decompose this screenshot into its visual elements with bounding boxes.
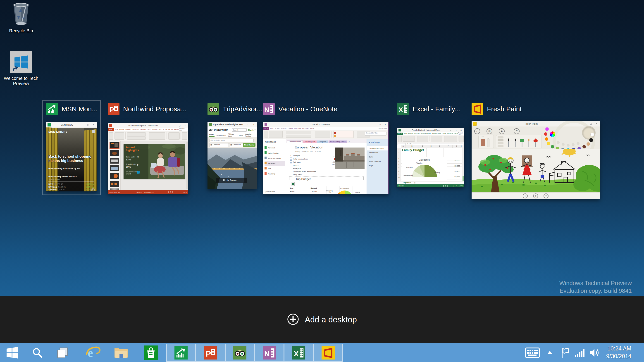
sign-in-link[interactable]: Sign in ▾ bbox=[248, 129, 256, 131]
menu-button[interactable]: ☰ bbox=[514, 128, 520, 134]
taskbar-fresh-paint-button[interactable] bbox=[314, 344, 343, 362]
scrollbar[interactable] bbox=[186, 142, 188, 189]
search-icon bbox=[32, 347, 43, 358]
notebooks-panel: Notebooks Personal Notes for Alan Kitche… bbox=[263, 139, 286, 194]
checkbox-icon[interactable] bbox=[290, 164, 292, 166]
site-search-input[interactable]: Search bbox=[232, 128, 247, 132]
task-view-tile-excel[interactable]: X Excel - Family... Family Budget - Micr… bbox=[394, 100, 467, 188]
notebook-item[interactable]: Personal bbox=[264, 145, 285, 150]
embedded-excel-icon[interactable] bbox=[291, 182, 294, 186]
checkbox-icon[interactable] bbox=[290, 157, 292, 160]
add-desktop-button[interactable] bbox=[287, 313, 299, 326]
camera-button[interactable]: ◉ bbox=[499, 128, 504, 134]
desktop-icon-welcome[interactable]: Welcome to Tech Preview bbox=[2, 51, 40, 86]
notebook-item-selected[interactable]: Vacations bbox=[264, 161, 285, 166]
add-section-tab[interactable]: + bbox=[348, 140, 351, 143]
site-logo[interactable]: tripadvisor bbox=[214, 128, 228, 132]
notes-button[interactable]: NOTES bbox=[136, 192, 142, 193]
task-view-tile-msn-money[interactable]: MSN Mon... MSN Money – ▢ ✕ MSN MONEY Bac… bbox=[43, 100, 100, 194]
search-box[interactable]: Search (Ctrl+E) ⌕ bbox=[365, 132, 386, 136]
notebook-item[interactable]: Notes for Alan bbox=[264, 150, 285, 156]
add-layer-button[interactable]: + bbox=[523, 194, 528, 198]
taskbar-excel-button[interactable]: X bbox=[284, 344, 314, 362]
save-button[interactable]: ▤ bbox=[486, 128, 492, 134]
section-tab[interactable]: Packing List bbox=[303, 140, 316, 143]
notebook-item[interactable]: Kitchen remodel bbox=[264, 156, 285, 161]
touch-keyboard-button[interactable] bbox=[524, 343, 540, 362]
section-tab-selected[interactable]: Vacation Ideas bbox=[287, 140, 303, 143]
color-palette[interactable] bbox=[544, 126, 600, 149]
add-sheet-button[interactable]: ⊕ bbox=[414, 182, 416, 184]
nav-restaurants[interactable]: Restaurants bbox=[216, 134, 226, 136]
notebook-color-icon bbox=[264, 146, 266, 149]
task-view-tile-onenote[interactable]: N Vacation - OneNote Vacation - OneNote … bbox=[260, 100, 391, 195]
desktop-background[interactable]: Recycle Bin Welcome to Tech Preview Wind… bbox=[0, 0, 644, 296]
comments-button[interactable]: COMMENTS bbox=[144, 192, 154, 193]
back-button[interactable]: ← bbox=[474, 128, 480, 134]
clock[interactable]: 10:24 AM 9/30/2014 bbox=[606, 344, 631, 360]
taskbar-powerpoint-button[interactable]: P bbox=[196, 344, 225, 362]
eraser-panel[interactable]: − ○ + bbox=[478, 135, 494, 148]
msn-money-window-preview[interactable]: MSN Money – ▢ ✕ MSN MONEY Back to school… bbox=[46, 122, 97, 192]
volume-button[interactable] bbox=[588, 343, 601, 362]
file-explorer-button[interactable] bbox=[112, 343, 130, 362]
show-hidden-icons-button[interactable] bbox=[545, 343, 555, 362]
network-button[interactable] bbox=[574, 343, 586, 362]
notebook-item[interactable]: Teaching bbox=[264, 171, 285, 176]
tripadvisor-owl-icon bbox=[209, 128, 212, 131]
task-view-tile-fresh-paint[interactable]: Fresh Paint Fresh Paint – ▢ ✕ ← ▤ ◉ ☰ − … bbox=[468, 100, 603, 200]
tripadvisor-window-preview[interactable]: TripAdvisor Hotels Flights Restaurants –… bbox=[208, 122, 257, 189]
nav-flights[interactable]: Flights bbox=[238, 134, 243, 136]
add-page-button[interactable]: ⊕ Add Page bbox=[368, 141, 380, 144]
add-desktop-label[interactable]: Add a desktop bbox=[305, 315, 357, 324]
destination-caption[interactable]: Rio de Janeiro › bbox=[216, 178, 247, 183]
reset-button[interactable]: ⟲ bbox=[533, 194, 538, 198]
task-view-tile-tripadvisor[interactable]: TripAdvisor... TripAdvisor Hotels Flight… bbox=[204, 100, 260, 190]
task-view-tile-powerpoint[interactable]: P Northwind Proposa... Northwind Proposa… bbox=[104, 100, 191, 195]
task-view-button[interactable] bbox=[54, 343, 72, 362]
taskbar-msn-money-button[interactable] bbox=[166, 344, 196, 362]
nav-hotels[interactable]: Hotels bbox=[209, 134, 214, 137]
action-center-button[interactable] bbox=[559, 343, 572, 362]
fresh-paint-window-preview[interactable]: Fresh Paint – ▢ ✕ ← ▤ ◉ ☰ − ○ + bbox=[472, 121, 600, 199]
desktop-icon-recycle-bin[interactable]: Recycle Bin bbox=[2, 3, 40, 34]
internet-explorer-button[interactable]: e bbox=[83, 343, 103, 362]
page-item[interactable]: Berlin bbox=[367, 155, 388, 159]
nav-rentals[interactable]: Vacation Rentals bbox=[245, 133, 255, 137]
quick-notes[interactable]: Quick Notes bbox=[265, 191, 275, 193]
nav-things[interactable]: Things to do bbox=[228, 133, 236, 137]
page-item-selected[interactable]: European Vacation bbox=[367, 146, 388, 150]
tools-button[interactable]: ✥ bbox=[544, 194, 548, 198]
scrollbar[interactable] bbox=[462, 145, 464, 182]
color-wheel-icon[interactable] bbox=[550, 132, 555, 137]
notebook-item[interactable]: Kids bbox=[264, 166, 285, 171]
powerpoint-window-preview[interactable]: Northwind Proposal - PowerPoint – ▢ ✕ FI… bbox=[108, 123, 188, 194]
page-item[interactable]: Amsterdam bbox=[367, 150, 388, 155]
sheet-tab[interactable]: Expenses bbox=[402, 182, 412, 184]
onenote-window-preview[interactable]: Vacation - OneNote – ▢ ✕ FILE FILE HOME … bbox=[263, 122, 388, 194]
checkbox-icon[interactable] bbox=[290, 170, 292, 172]
checkbox-checked-icon[interactable]: ✓ bbox=[290, 155, 292, 157]
excel-window-preview[interactable]: Family Budget - Microsoft Excel – ▢ ✕ FI… bbox=[397, 128, 464, 187]
painting-canvas[interactable] bbox=[472, 149, 600, 192]
size-slider[interactable] bbox=[506, 137, 539, 137]
checkbox-icon[interactable] bbox=[290, 167, 292, 169]
brush-panel[interactable] bbox=[496, 135, 542, 148]
checkbox-icon[interactable] bbox=[290, 173, 292, 175]
section-tab[interactable]: Housesitting Notes bbox=[328, 140, 347, 143]
page-item[interactable]: Blogs bbox=[367, 163, 388, 168]
checkbox-icon[interactable] bbox=[290, 160, 292, 163]
check-in-input[interactable]: ▦ Check In bbox=[209, 143, 229, 147]
start-button[interactable] bbox=[3, 343, 22, 362]
find-hotels-button[interactable]: Find Hotels bbox=[243, 143, 256, 146]
store-button[interactable] bbox=[142, 343, 160, 362]
view-buttons[interactable]: ▦ ▤ ▥ —──◆──+ bbox=[443, 185, 457, 187]
search-button[interactable] bbox=[28, 343, 46, 362]
taskbar-tripadvisor-button[interactable] bbox=[225, 344, 254, 362]
taskbar-onenote-button[interactable]: N bbox=[254, 344, 284, 362]
page-item[interactable]: Music Reviews bbox=[367, 159, 388, 163]
tile-header: MSN Mon... bbox=[46, 103, 97, 115]
zoom-slider[interactable]: ▦ ▤ ▥ — ─── + bbox=[168, 191, 180, 193]
section-tab[interactable]: Coupons bbox=[317, 140, 328, 143]
city-input[interactable]: City or hotel name bbox=[209, 139, 254, 142]
